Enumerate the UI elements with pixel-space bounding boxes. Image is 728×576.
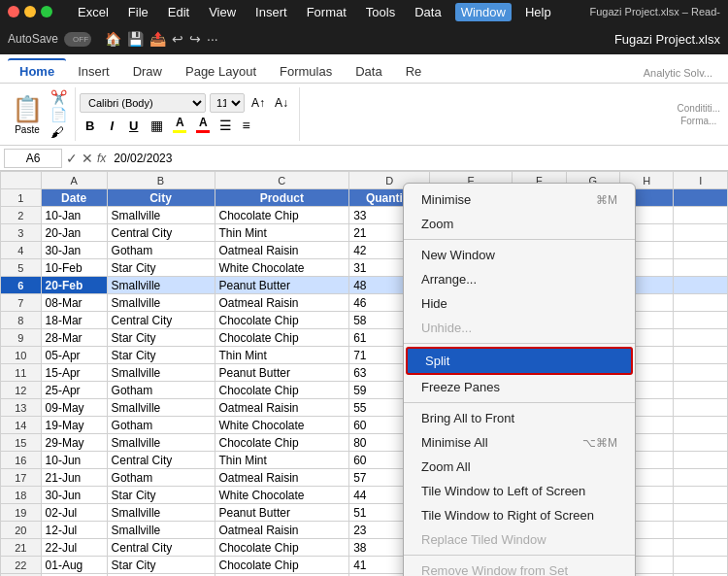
menu-data[interactable]: Data	[409, 3, 447, 21]
formula-bar: A6 ✓ ✕ fx	[0, 146, 728, 171]
toolbar-redo-icon[interactable]: ↪	[189, 31, 201, 47]
window-title-hint: Fugazi Project.xlsx – Read-	[590, 6, 721, 17]
underline-button[interactable]: U	[123, 117, 144, 135]
tab-re[interactable]: Re	[394, 60, 434, 83]
italic-button[interactable]: I	[104, 117, 119, 135]
menu-freeze-panes[interactable]: Freeze Panes	[404, 375, 635, 399]
autosave-toggle[interactable]: OFF	[64, 32, 91, 47]
traffic-lights	[8, 6, 52, 17]
window-dropdown-menu: Minimise ⌘M Zoom New Window Arrange... H…	[403, 183, 636, 576]
spreadsheet-area: A B C D E F G H I 1 Date City Product	[0, 171, 728, 576]
toolbar-save-icon[interactable]: 💾	[127, 31, 144, 47]
menu-bring-all-front[interactable]: Bring All to Front	[404, 406, 635, 430]
clipboard-group: 📋 Paste ✂️ 📄 🖌	[8, 87, 76, 141]
tab-home[interactable]: Home	[8, 58, 66, 83]
menu-window[interactable]: Window	[455, 3, 512, 21]
filename-display: Fugazi Project.xlsx	[614, 32, 720, 47]
separator-1	[404, 239, 635, 240]
align-center-button[interactable]: ≡	[239, 117, 252, 134]
menu-format[interactable]: Format	[301, 3, 352, 21]
font-size-select[interactable]: 11	[210, 93, 245, 113]
menu-minimise[interactable]: Minimise ⌘M	[404, 187, 635, 212]
copy-icon[interactable]: 📄	[50, 107, 67, 122]
menu-arrange[interactable]: Arrange...	[404, 267, 635, 291]
tab-page-layout[interactable]: Page Layout	[174, 60, 268, 83]
tab-draw[interactable]: Draw	[121, 60, 174, 83]
dropdown-overlay: Minimise ⌘M Zoom New Window Arrange... H…	[0, 171, 728, 576]
formula-cancel-icon[interactable]: ✕	[82, 151, 93, 166]
menu-split[interactable]: Split	[406, 347, 633, 375]
menu-excel[interactable]: Excel	[72, 3, 115, 21]
mac-menubar: Excel File Edit View Insert Format Tools…	[0, 0, 728, 23]
cell-reference-box[interactable]: A6	[4, 149, 62, 168]
ribbon-tabs: Home Insert Draw Page Layout Formulas Da…	[0, 54, 728, 84]
separator-4	[404, 555, 635, 556]
menu-tile-left[interactable]: Tile Window to Left of Screen	[404, 479, 635, 503]
menu-tile-right[interactable]: Tile Window to Right of Screen	[404, 503, 635, 527]
highlight-color-button[interactable]: A	[170, 116, 189, 135]
menu-hide[interactable]: Hide	[404, 291, 635, 316]
bold-button[interactable]: B	[80, 117, 100, 135]
font-name-select[interactable]: Calibri (Body)	[80, 93, 206, 113]
cut-icon[interactable]: ✂️	[50, 89, 67, 105]
menu-remove-window-from-set: Remove Window from Set	[404, 559, 635, 576]
paste-label: Paste	[15, 124, 40, 135]
clipboard-sub-group: ✂️ 📄 🖌	[50, 89, 67, 140]
menu-zoom-all[interactable]: Zoom All	[404, 455, 635, 479]
font-color-button[interactable]: A	[193, 116, 213, 135]
ribbon-content: 📋 Paste ✂️ 📄 🖌 Calibri (Body) 11 A↑	[0, 84, 728, 146]
quick-access-bar: AutoSave OFF 🏠 💾 📤 ↩ ↪ ··· Fugazi Projec…	[0, 23, 728, 54]
analytic-solver-label: Analytic Solv...	[636, 63, 720, 83]
toolbar-undo-icon[interactable]: ↩	[172, 31, 183, 47]
menu-file[interactable]: File	[122, 3, 154, 21]
menu-insert[interactable]: Insert	[249, 3, 293, 21]
menu-minimise-all[interactable]: Minimise All ⌥⌘M	[404, 430, 635, 455]
increase-font-size-button[interactable]: A↑	[248, 95, 268, 111]
toolbar-more-icon[interactable]: ···	[207, 31, 218, 47]
menu-help[interactable]: Help	[519, 3, 557, 21]
menu-unhide: Unhide...	[404, 316, 635, 340]
decrease-font-size-button[interactable]: A↓	[272, 95, 291, 111]
conditional-format-label: Condititi...	[678, 103, 720, 114]
paste-icon: 📋	[12, 94, 43, 124]
close-button[interactable]	[8, 6, 19, 17]
fx-label: fx	[97, 152, 106, 165]
menu-view[interactable]: View	[203, 3, 242, 21]
paste-button[interactable]: 📋 Paste	[8, 90, 47, 139]
menu-zoom[interactable]: Zoom	[404, 212, 635, 236]
toolbar-home-icon[interactable]: 🏠	[105, 31, 121, 47]
format-painter-icon[interactable]: 🖌	[50, 124, 67, 140]
autosave-label: AutoSave	[8, 32, 58, 46]
minimize-button[interactable]	[24, 6, 36, 17]
tab-insert[interactable]: Insert	[66, 60, 121, 83]
borders-button[interactable]: ▦	[148, 117, 166, 134]
toolbar-share-icon[interactable]: 📤	[149, 31, 166, 47]
font-group: Calibri (Body) 11 A↑ A↓ B I U ▦ A	[80, 87, 300, 141]
separator-2	[404, 343, 635, 344]
menu-tools[interactable]: Tools	[360, 3, 401, 21]
conditional-format-group: Condititi... Forma...	[678, 103, 720, 126]
tab-data[interactable]: Data	[344, 60, 393, 83]
formula-input[interactable]	[110, 149, 724, 168]
separator-3	[404, 402, 635, 403]
formula-check-icon[interactable]: ✓	[66, 151, 78, 166]
format-as-table-label: Forma...	[680, 116, 716, 126]
align-left-button[interactable]: ☰	[216, 117, 235, 134]
menu-replace-tiled: Replace Tiled Window	[404, 527, 635, 552]
maximize-button[interactable]	[41, 6, 52, 17]
menu-new-window[interactable]: New Window	[404, 243, 635, 267]
menu-edit[interactable]: Edit	[162, 3, 195, 21]
tab-formulas[interactable]: Formulas	[268, 60, 344, 83]
